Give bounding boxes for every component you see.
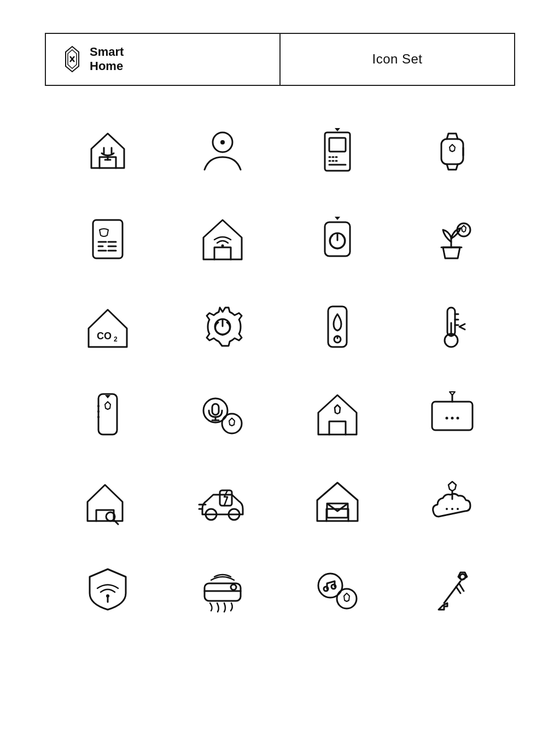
icon-electric-car bbox=[173, 469, 272, 535]
svg-point-76 bbox=[331, 584, 336, 589]
icon-home-search bbox=[59, 469, 157, 535]
svg-point-6 bbox=[220, 140, 225, 144]
svg-point-46 bbox=[97, 410, 100, 413]
svg-point-56 bbox=[457, 416, 459, 419]
icon-smart-home-badge bbox=[288, 381, 387, 447]
svg-rect-8 bbox=[329, 138, 346, 152]
icon-voice-badge bbox=[173, 381, 272, 447]
svg-point-52 bbox=[222, 414, 242, 433]
icon-smart-home-wifi bbox=[173, 206, 272, 272]
svg-point-54 bbox=[446, 416, 448, 419]
icon-water-dispenser bbox=[288, 294, 387, 360]
svg-rect-49 bbox=[212, 404, 219, 415]
page-header: Smart Home Icon Set bbox=[45, 33, 515, 86]
svg-text:2: 2 bbox=[114, 335, 118, 343]
icon-smart-plug-power bbox=[288, 206, 387, 272]
svg-point-25 bbox=[221, 244, 224, 247]
icon-smartwatch bbox=[403, 119, 501, 184]
svg-point-77 bbox=[337, 589, 357, 609]
icon-power-settings bbox=[173, 294, 272, 360]
icon-co2-monitor: CO 2 bbox=[59, 294, 157, 360]
svg-text:CO: CO bbox=[97, 331, 112, 341]
svg-rect-53 bbox=[432, 402, 472, 430]
brand-section: Smart Home bbox=[46, 34, 281, 85]
svg-point-47 bbox=[97, 416, 100, 418]
svg-point-73 bbox=[231, 584, 236, 590]
icon-smart-key bbox=[403, 557, 501, 622]
icon-air-conditioner bbox=[173, 557, 272, 622]
svg-point-67 bbox=[451, 508, 453, 510]
icon-smart-panel bbox=[288, 119, 387, 184]
svg-point-75 bbox=[324, 587, 328, 591]
svg-rect-18 bbox=[93, 220, 122, 258]
svg-point-55 bbox=[451, 416, 454, 419]
page-title: Icon Set bbox=[372, 51, 422, 67]
icon-tv-screen bbox=[403, 381, 501, 447]
icon-keycard-reader bbox=[59, 206, 157, 272]
icon-shield-wifi bbox=[59, 557, 157, 622]
icon-music-badge bbox=[288, 557, 387, 622]
icon-grid-container: CO 2 bbox=[22, 119, 538, 622]
icon-smart-phone bbox=[59, 381, 157, 447]
brand-logo-icon bbox=[62, 45, 82, 73]
svg-rect-35 bbox=[328, 306, 347, 347]
brand-name-text: Smart Home bbox=[90, 45, 124, 74]
icon-grid: CO 2 bbox=[59, 119, 501, 622]
svg-point-80 bbox=[460, 574, 465, 580]
svg-line-79 bbox=[459, 584, 464, 591]
svg-point-45 bbox=[97, 405, 100, 407]
icon-plant-sensor bbox=[403, 206, 501, 272]
title-section: Icon Set bbox=[281, 34, 514, 85]
icon-home-mail bbox=[288, 469, 387, 535]
icon-user-profile bbox=[173, 119, 272, 184]
svg-point-66 bbox=[446, 508, 448, 510]
svg-point-68 bbox=[457, 508, 459, 510]
svg-rect-44 bbox=[98, 394, 117, 435]
icon-thermometer bbox=[403, 294, 501, 360]
icon-smart-home-plug bbox=[59, 119, 157, 184]
icon-cloud-connector bbox=[403, 469, 501, 535]
svg-line-78 bbox=[456, 587, 460, 593]
